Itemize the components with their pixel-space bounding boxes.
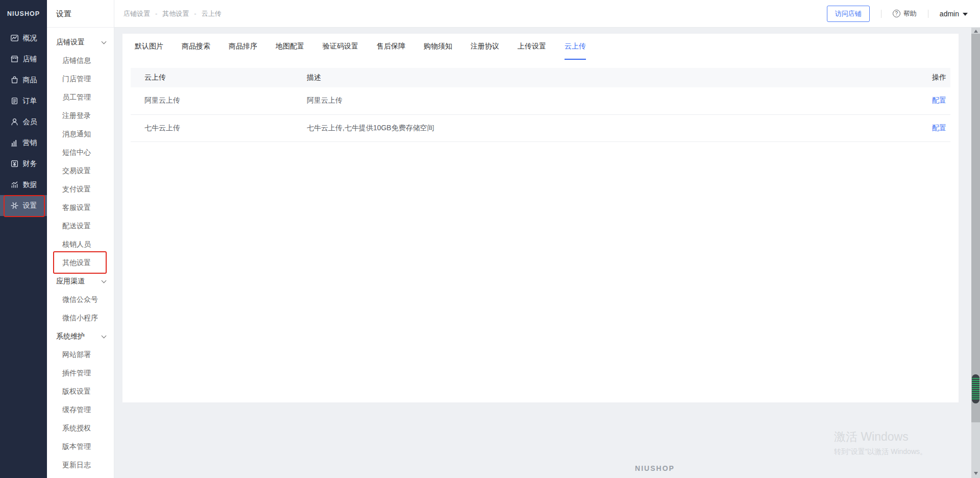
- submenu-item-label: 系统维护: [56, 332, 85, 340]
- sidebar-item-settings[interactable]: 设置: [0, 195, 47, 216]
- submenu-item[interactable]: 系统授权: [47, 419, 114, 437]
- submenu-item-label: 交易设置: [62, 166, 91, 175]
- submenu-item-label: 插件管理: [62, 369, 91, 377]
- submenu-item[interactable]: 微信小程序: [47, 308, 114, 327]
- tab[interactable]: 默认图片: [135, 42, 163, 60]
- submenu-item[interactable]: 消息通知: [47, 125, 114, 143]
- submenu-item[interactable]: 门店管理: [47, 69, 114, 88]
- divider: [928, 10, 928, 18]
- sidebar-item-label: 商品: [23, 76, 37, 85]
- sidebar-item-orders[interactable]: 订单: [0, 90, 47, 111]
- submenu-item-label: 短信中心: [62, 148, 91, 156]
- sidebar-item-goods[interactable]: 商品: [0, 69, 47, 90]
- breadcrumb: 店铺设置 -其他设置 -云上传: [124, 9, 222, 18]
- tab[interactable]: 售后保障: [377, 42, 405, 60]
- footer-logo: NIUSHOP: [237, 464, 980, 472]
- tab[interactable]: 商品搜索: [182, 42, 210, 60]
- submenu-item[interactable]: 其他设置: [47, 253, 114, 272]
- help-icon: ?: [893, 10, 900, 17]
- col-header-desc: 描述: [303, 68, 894, 87]
- submenu-item[interactable]: 核销人员: [47, 235, 114, 253]
- cloud-desc: 七牛云上传,七牛提供10GB免费存储空间: [303, 114, 894, 141]
- submenu-item-label: 应用渠道: [56, 277, 85, 285]
- submenu-item-label: 微信小程序: [62, 314, 98, 322]
- cloud-name: 阿里云上传: [131, 87, 303, 114]
- sidebar-item-label: 设置: [23, 201, 37, 210]
- tab[interactable]: 注册协议: [471, 42, 499, 60]
- submenu-item-label: 微信公众号: [62, 295, 98, 303]
- help-label: 帮助: [903, 9, 917, 18]
- orders-icon: [10, 97, 19, 105]
- tab[interactable]: 验证码设置: [323, 42, 358, 60]
- submenu-item[interactable]: 缓存管理: [47, 400, 114, 419]
- chevron-down-icon: [102, 278, 107, 283]
- sidebar-item-label: 数据: [23, 180, 37, 189]
- breadcrumb-separator: -: [155, 10, 157, 17]
- goods-icon: [10, 76, 19, 84]
- tab[interactable]: 购物须知: [424, 42, 452, 60]
- submenu-item[interactable]: 店铺信息: [47, 51, 114, 69]
- submenu-item[interactable]: 短信中心: [47, 143, 114, 161]
- visit-shop-button[interactable]: 访问店铺: [827, 6, 870, 22]
- user-menu[interactable]: admin: [940, 10, 968, 18]
- submenu-item[interactable]: 插件管理: [47, 364, 114, 382]
- main-area: 默认图片 商品搜索 商品排序 地图配置 验证码设置 售后保障 购物须知 注册协议…: [114, 28, 980, 478]
- submenu-item-label: 门店管理: [62, 75, 91, 83]
- sidebar-item-data[interactable]: 数据: [0, 174, 47, 195]
- vertical-scrollbar[interactable]: [971, 28, 980, 478]
- members-icon: [10, 117, 19, 126]
- sidebar-item-members[interactable]: 会员: [0, 111, 47, 132]
- submenu-item[interactable]: 支付设置: [47, 180, 114, 198]
- submenu-item-label: 员工管理: [62, 93, 91, 101]
- sidebar-item-overview[interactable]: 概况: [0, 28, 47, 49]
- submenu-item[interactable]: 客服设置: [47, 198, 114, 217]
- submenu-item[interactable]: 微信公众号: [47, 290, 114, 308]
- primary-sidebar: NIUSHOP 概况 店铺 商品 订单 会员 营销 财务 数据 设置: [0, 0, 47, 478]
- submenu-item[interactable]: 更新日志: [47, 456, 114, 474]
- submenu-item[interactable]: 配送设置: [47, 217, 114, 235]
- scroll-down-arrow-icon[interactable]: [971, 470, 980, 477]
- submenu-item-label: 其他设置: [62, 258, 91, 267]
- overview-icon: [10, 34, 19, 42]
- tab[interactable]: 云上传: [565, 42, 586, 60]
- cloud-name: 七牛云上传: [131, 114, 303, 141]
- cloud-upload-table: 云上传 描述 操作 阿里云上传 阿里云上传 配置 七牛云上传 七牛云上传,七牛: [131, 68, 950, 142]
- tab[interactable]: 地图配置: [276, 42, 304, 60]
- scrollbar-thumb[interactable]: [971, 34, 980, 422]
- breadcrumb-item[interactable]: 云上传: [202, 9, 222, 18]
- submenu-item[interactable]: 交易设置: [47, 161, 114, 180]
- breadcrumb-item[interactable]: 店铺设置: [124, 9, 150, 18]
- sidebar-item-label: 概况: [23, 34, 37, 43]
- tab[interactable]: 商品排序: [229, 42, 257, 60]
- sidebar-item-finance[interactable]: 财务: [0, 153, 47, 174]
- submenu-item-label: 核销人员: [62, 240, 91, 248]
- configure-link[interactable]: 配置: [932, 124, 946, 132]
- submenu-item[interactable]: 版本管理: [47, 437, 114, 456]
- divider: [881, 10, 881, 18]
- sidebar-item-marketing[interactable]: 营销: [0, 132, 47, 153]
- settings-submenu: 设置 店铺设置 店铺信息 门店管理 员工管理 注册登录 消息通知 短信中心 交易…: [47, 0, 114, 478]
- chevron-down-icon: [102, 39, 107, 44]
- submenu-item[interactable]: 店铺设置: [47, 33, 114, 51]
- configure-link[interactable]: 配置: [932, 96, 946, 104]
- settings-icon: [10, 201, 19, 210]
- table-row: 七牛云上传 七牛云上传,七牛提供10GB免费存储空间 配置: [131, 114, 950, 141]
- sidebar-item-label: 订单: [23, 97, 37, 106]
- app-logo: NIUSHOP: [0, 0, 47, 28]
- tab[interactable]: 上传设置: [518, 42, 546, 60]
- marketing-icon: [10, 138, 19, 147]
- caret-down-icon: [963, 13, 968, 16]
- submenu-item-label: 注册登录: [62, 111, 91, 119]
- submenu-item[interactable]: 网站部署: [47, 345, 114, 364]
- topbar: 店铺设置 -其他设置 -云上传 访问店铺 ? 帮助 admin: [114, 0, 980, 28]
- submenu-item[interactable]: 系统维护: [47, 327, 114, 345]
- help-button[interactable]: ? 帮助: [893, 9, 917, 18]
- submenu-item[interactable]: 应用渠道: [47, 272, 114, 290]
- submenu-item[interactable]: 注册登录: [47, 106, 114, 125]
- submenu-item[interactable]: 版权设置: [47, 382, 114, 400]
- submenu-item[interactable]: 员工管理: [47, 88, 114, 106]
- sidebar-item-shop[interactable]: 店铺: [0, 49, 47, 69]
- breadcrumb-item[interactable]: 其他设置: [162, 9, 189, 18]
- submenu-item-label: 店铺设置: [56, 38, 85, 46]
- user-name: admin: [940, 10, 959, 18]
